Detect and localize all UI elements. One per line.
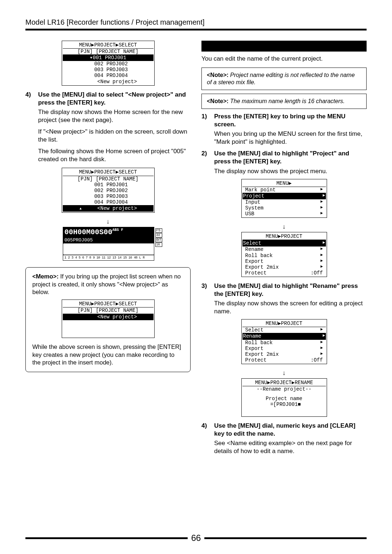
lcd-menu-2: MENU▶PROJECT Select▶ Rename▶ Roll back▶ …: [241, 232, 327, 277]
menu-item: Roll back: [245, 253, 273, 258]
step-3: 3) Use the [MENU] dial to highlight "Ren…: [201, 282, 367, 315]
menu-value: ▶: [320, 258, 323, 264]
page-footer: 66: [25, 533, 367, 543]
menu-item: USB: [245, 211, 254, 217]
section-title-bar: [201, 41, 367, 52]
intro-text: You can edit the name of the current pro…: [201, 55, 367, 62]
menu-item: Roll back: [245, 340, 273, 346]
step-title: Use the [MENU] dial to select "<New proj…: [38, 91, 186, 106]
menu-value: ▶: [320, 327, 323, 333]
lcd-breadcrumb: MENU▶: [242, 180, 326, 187]
lcd-row: ▾001 PROJ001: [63, 54, 154, 61]
arrow-icon: ▶: [320, 205, 323, 211]
side-label: 44: [155, 233, 162, 237]
step-number: 1): [201, 113, 214, 146]
step-number: 3): [201, 282, 214, 315]
rename-label: Project name: [242, 396, 326, 402]
down-arrow-icon: ↓: [201, 369, 367, 377]
step-4-right: 4) Use the [MENU] dial, numeric keys and…: [201, 422, 367, 455]
lcd-row: 002 PROJ002: [63, 188, 154, 194]
note-text: Project name editing is not reflected to…: [207, 72, 355, 85]
menu-value: ▶: [323, 240, 325, 246]
menu-item: Export: [245, 258, 264, 264]
lcd-rename: MENU▶PROJECT▶RENAME --Rename project-- P…: [241, 378, 327, 417]
menu-value: ▶: [323, 333, 325, 339]
arrow-icon: ▶: [323, 193, 325, 199]
memo-label: <Memo>:: [32, 273, 58, 280]
page-header: Model LR16 [Recorder functions / Project…: [25, 18, 367, 27]
step-body: The display now shows the project menu.: [214, 167, 367, 175]
lcd-row: [63, 320, 154, 326]
menu-value: ▶: [320, 264, 323, 270]
right-column: You can edit the name of the current pro…: [201, 41, 367, 455]
home-track-numbers: 1 2 3 4 5 6 7 8 9 10 11 12 13 14 15 16 4…: [63, 255, 154, 260]
step-2: 2) Use the [MENU] dial to highlight "Pro…: [201, 150, 367, 175]
note-label: <Note>:: [207, 72, 229, 78]
lcd-breadcrumb: MENU▶PROJECT▶SELECT: [63, 42, 154, 49]
menu-value: ▶: [320, 340, 323, 346]
lcd-breadcrumb: MENU▶PROJECT▶SELECT: [63, 169, 154, 176]
step-number: 4): [25, 91, 38, 124]
side-label: BIT: [155, 238, 162, 242]
step-title: Press the [ENTER] key to bring up the ME…: [214, 113, 346, 128]
lcd-row: <New project>: [63, 79, 154, 85]
lcd-breadcrumb: MENU▶PROJECT: [242, 320, 326, 327]
menu-item: Rename: [245, 247, 264, 252]
menu-item: Protect: [245, 357, 267, 363]
memo-box: <Memo>: If you bring up the project list…: [25, 267, 191, 372]
home-meter-area: [63, 243, 154, 255]
arrow-icon: ▶: [320, 199, 323, 205]
footer-rule-right: [204, 537, 367, 539]
lcd-breadcrumb: MENU▶PROJECT▶RENAME: [242, 379, 326, 386]
home-time: 00H00M00S00: [65, 228, 113, 236]
down-arrow-icon: ↓: [201, 223, 367, 231]
rename-value: =[PROJ001■: [242, 402, 326, 407]
menu-item: Protect: [245, 270, 267, 276]
menu-item: Export: [245, 346, 264, 351]
lcd-breadcrumb: MENU▶PROJECT▶SELECT: [63, 301, 154, 307]
lcd-cols: [PJN] [PROJECT NAME]: [63, 307, 154, 313]
menu-item: Rename: [243, 333, 261, 339]
menu-item: Export 2mix: [245, 264, 279, 270]
home-side-labels: FS 44 BIT 16: [155, 228, 162, 247]
lcd-row: ▴ <New project>: [63, 205, 154, 212]
side-label: 16: [155, 243, 162, 247]
down-arrow-icon: ↓: [25, 218, 191, 225]
lcd-menu-1: MENU▶ Mark point▶ Project▶ Input▶ System…: [241, 179, 327, 218]
step-4: 4) Use the [MENU] dial to select "<New p…: [25, 91, 191, 124]
memo-text-2: While the above screen is shown, pressin…: [32, 343, 184, 366]
rename-title: --Rename project--: [242, 386, 326, 392]
paragraph: If "<New project>" is hidden on the scre…: [38, 128, 191, 144]
lcd-row: <New project>: [63, 314, 154, 320]
note-box-2: <Note>: The maximum name length is 16 ch…: [201, 94, 367, 109]
footer-rule-left: [25, 537, 188, 539]
menu-value: :Off: [311, 270, 323, 276]
lcd-memo: MENU▶PROJECT▶SELECT [PJN] [PROJECT NAME]…: [62, 300, 155, 338]
step-title: Use the [MENU] dial, numeric keys and [C…: [214, 422, 355, 437]
menu-value: ▶: [320, 351, 323, 357]
arrow-icon: ▶: [320, 187, 323, 193]
lcd-select-2: MENU▶PROJECT▶SELECT [PJN] [PROJECT NAME]…: [62, 168, 155, 213]
lcd-breadcrumb: MENU▶PROJECT: [242, 233, 326, 240]
home-abs: ABS F: [113, 228, 123, 232]
step-1: 1) Press the [ENTER] key to bring up the…: [201, 113, 367, 146]
menu-item: System: [245, 205, 264, 211]
note-box-1: <Note>: Project name editing is not refl…: [201, 68, 367, 90]
menu-item: Select: [245, 327, 264, 333]
lcd-select-1: MENU▶PROJECT▶SELECT [PJN] [PROJECT NAME]…: [62, 41, 155, 86]
step-number: 2): [201, 150, 214, 175]
step-body: When you bring up the MENU screen for th…: [214, 130, 367, 146]
menu-item: Input: [245, 199, 261, 205]
menu-item: Export 2mix: [245, 351, 279, 357]
side-label: FS: [155, 228, 162, 233]
note-text: The maximum name length is 16 characters…: [229, 98, 345, 104]
step-title: Use the [MENU] dial to highlight "Projec…: [214, 150, 349, 165]
spacer: [242, 392, 326, 396]
menu-value: ▶: [320, 346, 323, 351]
note-label: <Note>:: [207, 98, 229, 104]
lcd-row: 001 PROJ001: [63, 182, 154, 188]
header-rule: [25, 29, 367, 30]
lcd-row: 003 PROJ003: [63, 194, 154, 199]
paragraph: The following shows the Home screen of p…: [38, 147, 191, 163]
lcd-row: [63, 326, 154, 332]
